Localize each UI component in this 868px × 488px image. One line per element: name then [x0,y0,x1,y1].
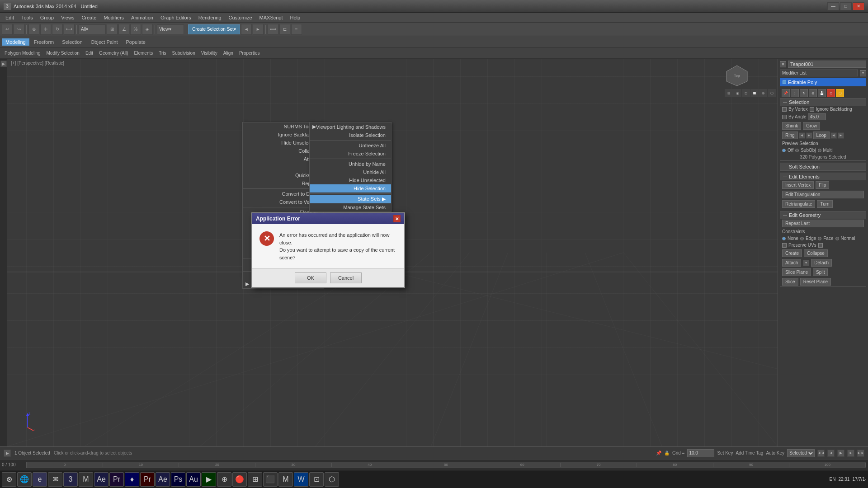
angle-snap[interactable]: ∠ [118,24,129,35]
tab-object-paint[interactable]: Object Paint [87,38,122,46]
taskbar-app5[interactable]: M [278,472,293,487]
by-vertex-checkbox[interactable] [782,107,787,112]
named-sel-left[interactable]: ◄ [241,24,252,35]
loop-right-btn[interactable]: ► [838,132,844,139]
taskbar-app1[interactable]: ⊕ [217,472,231,487]
tab-modeling[interactable]: Modeling [2,38,29,46]
orientation-cube[interactable]: Top [725,63,750,88]
filter-dropdown[interactable]: All ▾ [79,24,106,34]
mod-icon-move[interactable]: ↕ [791,89,799,97]
taskbar-word[interactable]: W [294,472,308,487]
taskbar-app2[interactable]: 🔴 [232,472,247,487]
menu-views[interactable]: Views [57,14,78,21]
dialog-cancel-button[interactable]: Cancel [330,272,362,283]
mod-icon-scale[interactable]: ⊕ [809,89,817,97]
spinner-snap[interactable]: ◈ [142,24,153,35]
tab-freeform[interactable]: Freeform [30,38,58,46]
sub-hide-unsel[interactable]: Hide Unselected [310,176,391,184]
by-angle-checkbox[interactable] [782,115,787,119]
menu-modifiers[interactable]: Modifiers [100,14,127,21]
time-tag-label[interactable]: Add Time Tag [736,450,763,455]
named-sel-right[interactable]: ► [253,24,264,35]
close-button[interactable]: ✕ [853,2,864,10]
loop-left-btn[interactable]: ◄ [830,132,837,139]
sub-unhide-name[interactable]: Unhide by Name [310,160,391,168]
edit-triangulation-button[interactable]: Edit Triangulation [782,191,864,198]
snap-toggle[interactable]: ⊞ [107,24,118,35]
next-frame-btn[interactable]: ►► [857,450,864,457]
flip-button[interactable]: Flip [816,181,829,189]
play-anim-button[interactable]: ▶ [4,450,11,457]
vp-btn3[interactable]: ⊡ [742,89,750,97]
turn-button[interactable]: Turn [817,200,832,208]
next-key-btn[interactable]: ► [847,450,854,457]
repeat-last-button[interactable]: Repeat Last [782,220,864,227]
tab-populate[interactable]: Populate [122,38,149,46]
edit-geometry-title[interactable]: — Edit Geometry [780,211,866,219]
reset-plane-button[interactable]: Reset Plane [800,278,831,286]
menu-rendering[interactable]: Rendering [195,14,225,21]
collapse-button[interactable]: Collapse [804,249,828,257]
taskbar-au[interactable]: Au [186,472,201,487]
modifier-list-label[interactable]: Modifier List [780,70,858,76]
ignore-backfacing-checkbox[interactable] [810,107,814,112]
sub-manage-state[interactable]: Manage State Sets [310,203,391,211]
selected-dropdown[interactable]: Selected [787,449,815,457]
preview-subobj-radio[interactable] [795,149,799,152]
menu-customize[interactable]: Customize [225,14,256,21]
timeline-track[interactable]: 0 10 20 30 40 50 60 70 80 90 100 [26,462,866,468]
vp-btn2[interactable]: ◉ [733,89,741,97]
mod-icon-pin[interactable]: 📌 [782,89,790,97]
taskbar-ps[interactable]: Ps [171,472,185,487]
dialog-ok-button[interactable]: OK [295,272,326,283]
attach-button[interactable]: Attach [782,259,801,267]
taskbar-mail[interactable]: ✉ [48,472,62,487]
attach-settings-btn[interactable]: ▾ [803,260,809,266]
play-button[interactable]: ▶ [0,61,7,67]
sub-state-sets[interactable]: State Sets ▶ [310,195,391,203]
sub-freeze-sel[interactable]: Freeze Selection [310,150,391,158]
preview-off-radio[interactable] [782,149,786,152]
vp-btn5[interactable]: ⊗ [759,89,767,97]
modifier-list-btn[interactable]: ▾ [860,70,866,76]
ring-left-btn[interactable]: ◄ [799,132,805,139]
viewport-dropdown[interactable]: View ▾ [157,24,184,34]
preview-multi-radio[interactable] [818,149,821,152]
retriangulate-button[interactable]: Retriangulate [782,200,815,208]
sub-unfreeze-all[interactable]: Unfreeze All [310,141,391,150]
slice-plane-button[interactable]: Slice Plane [782,268,811,276]
split-button[interactable]: Split [813,268,828,276]
menu-help[interactable]: Help [287,14,304,21]
taskbar-app6[interactable]: ⊡ [309,472,324,487]
minimize-button[interactable]: — [827,2,839,10]
object-name[interactable]: Teapot001 [788,61,866,68]
viewport[interactable]: [+] [Perspective] [Realistic] Top ⊞ ◉ ⊡ … [7,59,778,446]
mod-icon-poly[interactable]: ⬡ [836,89,844,97]
taskbar-ae[interactable]: Ae [94,472,108,487]
sub-unhide-all[interactable]: Unhide All [310,168,391,176]
shrink-button[interactable]: Shrink [782,122,801,130]
menu-maxscript[interactable]: MAXScript [256,14,287,21]
prev-frame-btn[interactable]: ◄◄ [817,450,825,457]
taskbar-blue[interactable]: ♦ [125,472,139,487]
percent-snap[interactable]: % [130,24,141,35]
scale-button[interactable]: ⟷ [64,24,75,35]
ring-button[interactable]: Ring [782,131,798,139]
create-button[interactable]: Create [782,249,802,257]
sub-isolate-sel[interactable]: Isolate Selection [310,131,391,139]
rotate-button[interactable]: ↻ [52,24,63,35]
taskbar-motionbuilder[interactable]: M [79,472,93,487]
sub-hide-sel[interactable]: Hide Selection [310,184,391,192]
mod-icon-rotate[interactable]: ↻ [800,89,808,97]
selection-section-title[interactable]: — Selection [780,99,866,106]
prev-key-btn[interactable]: ◄ [827,450,835,457]
tab-selection[interactable]: Selection [58,38,86,46]
menu-edit[interactable]: Edit [2,14,18,21]
sub-align[interactable]: Align [221,50,236,56]
vp-btn4[interactable]: 🔲 [750,89,759,97]
preserve-uvs-checkbox2[interactable] [818,243,823,248]
sub-polygon-modeling[interactable]: Polygon Modeling [2,50,43,56]
normal-radio[interactable] [835,237,839,240]
vp-btn1[interactable]: ⊞ [725,89,733,97]
mirror-button[interactable]: ⟺ [268,24,278,35]
